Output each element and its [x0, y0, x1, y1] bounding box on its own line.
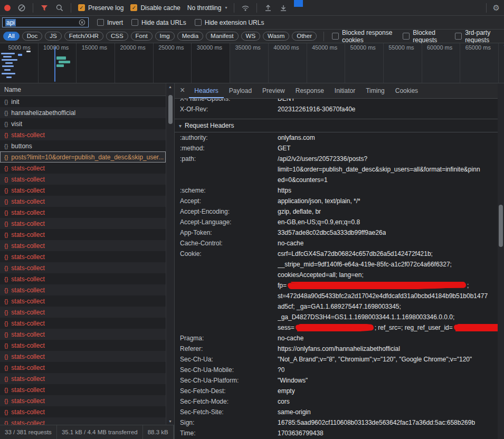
details-scrollbar[interactable]: [498, 83, 504, 439]
extra-filter-checkbox[interactable]: ✓ Blocked requests: [403, 29, 446, 44]
type-filter-chip[interactable]: Img: [155, 32, 175, 41]
type-filter-chip[interactable]: Doc: [22, 32, 42, 41]
devtools-network-panel: { "icons": { "close": "×", "caret": "▾",…: [0, 0, 504, 439]
waterfall-bar: [18, 54, 22, 56]
request-name: posts?limit=10&order=publish_date_desc&s…: [11, 154, 164, 161]
clear-filter-icon[interactable]: [79, 19, 85, 26]
details-tab[interactable]: Payload: [224, 83, 257, 98]
type-filter-chip[interactable]: Font: [131, 32, 153, 41]
request-row[interactable]: {} init: [0, 96, 166, 107]
type-filter-chip[interactable]: Media: [177, 32, 203, 41]
waterfall-bar: [4, 69, 11, 71]
filter-checkbox[interactable]: ✓ Invert: [97, 19, 123, 26]
type-filter-chip[interactable]: Manifest: [206, 32, 238, 41]
selected-time-marker: [54, 46, 55, 82]
request-row[interactable]: {} stats-collect: [0, 196, 166, 207]
request-row[interactable]: {} stats-collect: [0, 207, 166, 218]
record-button[interactable]: [4, 5, 11, 11]
request-list-pane: Name {} init {} hannahelizabethofficial …: [0, 83, 166, 425]
request-row[interactable]: {} stats-collect: [0, 417, 166, 425]
header-row: :scheme: https: [175, 185, 498, 196]
request-row[interactable]: {} stats-collect: [0, 384, 166, 395]
export-har-icon[interactable]: [279, 4, 288, 12]
settings-gear-icon[interactable]: ⚙: [493, 3, 500, 13]
search-icon[interactable]: [55, 4, 64, 12]
request-row[interactable]: {} stats-collect: [0, 185, 166, 196]
filter-checkbox[interactable]: ✓ Hide extension URLs: [195, 19, 264, 26]
request-row[interactable]: {} stats-collect: [0, 262, 166, 273]
request-row[interactable]: {} posts?limit=10&order=publish_date_des…: [0, 151, 166, 163]
type-filter-chip[interactable]: All: [3, 32, 20, 41]
request-row[interactable]: {} visit: [0, 118, 166, 129]
header-row: Accept-Encoding: gzip, deflate, br: [175, 206, 498, 217]
type-filter-chip[interactable]: Other: [292, 32, 317, 41]
checkbox-icon: ✓: [455, 33, 462, 40]
header-row: :method: GET: [175, 143, 498, 154]
header-row: __stripe_mid=9df140f6-e64a-419e-85fc-a1c…: [175, 259, 498, 270]
request-row[interactable]: {} stats-collect: [0, 318, 166, 329]
request-row[interactable]: {} stats-collect: [0, 395, 166, 406]
type-filter-chip[interactable]: JS: [45, 32, 61, 41]
name-column-header[interactable]: Name: [0, 83, 166, 96]
request-name: init: [11, 98, 19, 106]
request-headers-section-header[interactable]: ▾ Request Headers: [175, 119, 498, 132]
section-title: Request Headers: [185, 122, 234, 129]
request-list-scrollbar[interactable]: ▲ ▼: [166, 83, 174, 425]
request-row[interactable]: {} stats-collect: [0, 340, 166, 351]
filter-icon[interactable]: [40, 4, 49, 12]
details-tab[interactable]: Headers: [189, 83, 223, 98]
request-row[interactable]: {} stats-collect: [0, 229, 166, 240]
details-tab[interactable]: Cookies: [390, 83, 423, 98]
disable-cache-checkbox[interactable]: ✓ Disable cache: [130, 4, 180, 12]
request-row[interactable]: {} stats-collect: [0, 406, 166, 417]
request-row[interactable]: {} stats-collect: [0, 284, 166, 295]
scroll-up-icon[interactable]: ▲: [166, 85, 174, 89]
checkbox-icon: ✓: [97, 19, 104, 26]
details-tab[interactable]: Response: [290, 83, 329, 98]
throttling-dropdown[interactable]: No throttling ▾: [187, 4, 227, 12]
request-row[interactable]: {} hannahelizabethofficial: [0, 107, 166, 118]
request-row[interactable]: {} stats-collect: [0, 351, 166, 362]
type-filter-chip[interactable]: Wasm: [263, 32, 289, 41]
details-tab[interactable]: Initiator: [329, 83, 360, 98]
clear-log-icon[interactable]: [17, 4, 26, 12]
header-row: cookiesAccepted=all; lang=en;: [175, 270, 498, 280]
details-tab[interactable]: Timing: [360, 83, 390, 98]
filter-checkbox[interactable]: ✓ Hide data URLs: [131, 19, 186, 26]
request-row[interactable]: {} stats-collect: [0, 163, 166, 174]
network-conditions-icon[interactable]: [241, 4, 250, 12]
request-row[interactable]: {} stats-collect: [0, 174, 166, 185]
waterfall-bar: [5, 62, 13, 64]
request-name: stats-collect: [11, 209, 44, 216]
type-filter-chip[interactable]: WS: [241, 32, 261, 41]
request-row[interactable]: {} stats-collect: [0, 329, 166, 340]
timeline-overview[interactable]: 5000 ms10000 ms15000 ms20000 ms25000 ms3…: [0, 43, 504, 83]
scroll-down-icon[interactable]: ▼: [166, 419, 174, 423]
request-row[interactable]: {} stats-collect: [0, 251, 166, 262]
script-icon: {}: [4, 132, 8, 138]
preserve-log-checkbox[interactable]: ✓ Preserve log: [78, 4, 123, 12]
request-row[interactable]: {} stats-collect: [0, 273, 166, 284]
request-row[interactable]: {} buttons: [0, 140, 166, 151]
request-row[interactable]: {} stats-collect: [0, 218, 166, 229]
request-row[interactable]: {} stats-collect: [0, 362, 166, 373]
checkbox-checked-icon: ✓: [78, 4, 85, 11]
details-tab-bar: × HeadersPayloadPreviewResponseInitiator…: [175, 83, 498, 99]
request-row[interactable]: {} stats-collect: [0, 307, 166, 318]
request-row[interactable]: {} stats-collect: [0, 129, 166, 140]
type-filter-chip[interactable]: Fetch/XHR: [64, 32, 103, 41]
details-tab[interactable]: Preview: [257, 83, 290, 98]
request-row[interactable]: {} stats-collect: [0, 240, 166, 251]
request-row[interactable]: {} stats-collect: [0, 295, 166, 307]
request-row[interactable]: {} stats-collect: [0, 373, 166, 384]
close-icon[interactable]: ×: [179, 85, 189, 96]
extra-filter-checkbox[interactable]: ✓ 3rd-party requests: [455, 29, 501, 44]
extra-filter-checkbox[interactable]: ✓ Blocked response cookies: [332, 29, 394, 44]
import-har-icon[interactable]: [264, 4, 272, 12]
filter-input[interactable]: api: [2, 17, 89, 27]
scrollbar-thumb[interactable]: [168, 95, 173, 124]
type-filter-chip[interactable]: CSS: [106, 32, 128, 41]
headers-rows-b: st=472d48a90d5433bfc2a2d17042e4dfdcafd31…: [175, 291, 498, 322]
script-icon: {}: [4, 154, 8, 160]
scrollbar-thumb[interactable]: [499, 205, 503, 247]
